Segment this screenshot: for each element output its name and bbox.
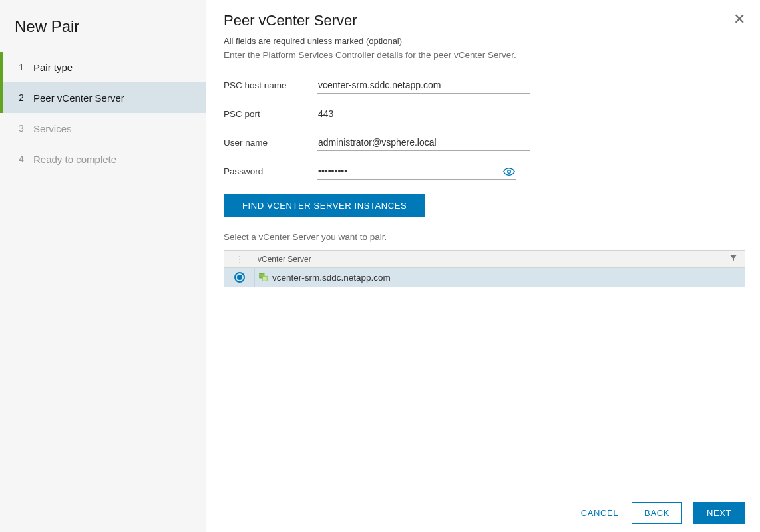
password-input[interactable] bbox=[317, 163, 516, 180]
step-label: Ready to complete bbox=[33, 154, 116, 165]
find-vcenter-button[interactable]: FIND VCENTER SERVER INSTANCES bbox=[224, 194, 425, 217]
username-label: User name bbox=[224, 138, 317, 148]
step-peer-vcenter[interactable]: 2 Peer vCenter Server bbox=[0, 82, 206, 113]
username-input[interactable] bbox=[317, 134, 530, 151]
close-icon[interactable]: ✕ bbox=[733, 12, 745, 27]
back-button[interactable]: BACK bbox=[632, 502, 682, 524]
vcenter-grid: ⋮ vCenter Server vcenter-srm.sddc.netapp… bbox=[224, 250, 745, 487]
select-instruction: Select a vCenter Server you want to pair… bbox=[224, 232, 745, 242]
wizard-sidebar: New Pair 1 Pair type 2 Peer vCenter Serv… bbox=[0, 0, 206, 532]
filter-icon[interactable] bbox=[722, 254, 745, 264]
svg-rect-2 bbox=[262, 276, 267, 281]
table-row[interactable]: vcenter-srm.sddc.netapp.com bbox=[224, 268, 745, 287]
step-number: 4 bbox=[19, 154, 33, 164]
step-label: Pair type bbox=[33, 62, 73, 73]
psc-port-input[interactable] bbox=[317, 106, 397, 122]
required-fields-note: All fields are required unless marked (o… bbox=[224, 36, 745, 46]
wizard-title: New Pair bbox=[0, 12, 206, 52]
wizard-footer: CANCEL BACK NEXT bbox=[224, 487, 745, 524]
psc-host-input[interactable] bbox=[317, 77, 530, 94]
main-panel: Peer vCenter Server ✕ All fields are req… bbox=[206, 0, 760, 532]
page-title: Peer vCenter Server bbox=[224, 12, 357, 29]
step-pair-type[interactable]: 1 Pair type bbox=[0, 52, 206, 82]
grid-header-name[interactable]: vCenter Server bbox=[255, 255, 722, 264]
psc-host-label: PSC host name bbox=[224, 80, 317, 90]
step-label: Services bbox=[33, 123, 72, 134]
psc-port-label: PSC port bbox=[224, 109, 317, 119]
grid-header: ⋮ vCenter Server bbox=[224, 251, 745, 268]
next-button[interactable]: NEXT bbox=[693, 502, 745, 524]
step-label: Peer vCenter Server bbox=[33, 92, 124, 104]
grid-header-separator: ⋮ bbox=[224, 255, 255, 264]
step-number: 3 bbox=[19, 123, 33, 134]
instructions-text: Enter the Platform Services Controller d… bbox=[224, 50, 745, 60]
step-ready[interactable]: 4 Ready to complete bbox=[0, 144, 206, 174]
svg-point-0 bbox=[508, 170, 511, 173]
vcenter-name: vcenter-srm.sddc.netapp.com bbox=[272, 273, 391, 283]
password-label: Password bbox=[224, 166, 317, 176]
radio-selected-icon[interactable] bbox=[234, 272, 245, 283]
cancel-button[interactable]: CANCEL bbox=[578, 503, 621, 523]
eye-icon[interactable] bbox=[503, 166, 515, 178]
step-services[interactable]: 3 Services bbox=[0, 113, 206, 144]
vcenter-icon bbox=[259, 273, 268, 282]
step-number: 2 bbox=[19, 92, 33, 103]
step-number: 1 bbox=[19, 62, 33, 72]
